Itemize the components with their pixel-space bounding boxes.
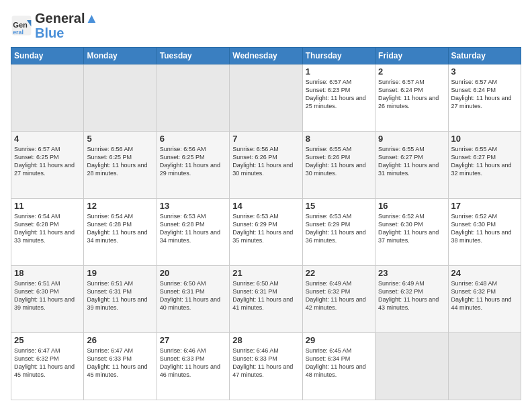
day-info: Sunrise: 6:57 AM Sunset: 6:25 PM Dayligh… xyxy=(14,145,81,178)
calendar-header: Sunday Monday Tuesday Wednesday Thursday… xyxy=(11,48,521,64)
calendar-cell xyxy=(84,64,157,132)
day-number: 9 xyxy=(378,134,445,144)
calendar-cell: 16Sunrise: 6:52 AM Sunset: 6:30 PM Dayli… xyxy=(375,199,448,266)
calendar-cell: 28Sunrise: 6:46 AM Sunset: 6:33 PM Dayli… xyxy=(230,333,302,400)
day-info: Sunrise: 6:57 AM Sunset: 6:23 PM Dayligh… xyxy=(306,78,372,111)
day-info: Sunrise: 6:47 AM Sunset: 6:32 PM Dayligh… xyxy=(14,347,81,379)
calendar-cell: 17Sunrise: 6:52 AM Sunset: 6:30 PM Dayli… xyxy=(448,199,521,266)
calendar-cell: 18Sunrise: 6:51 AM Sunset: 6:30 PM Dayli… xyxy=(11,266,84,333)
calendar-cell: 1Sunrise: 6:57 AM Sunset: 6:23 PM Daylig… xyxy=(302,64,375,132)
calendar-cell xyxy=(375,333,448,400)
day-info: Sunrise: 6:55 AM Sunset: 6:27 PM Dayligh… xyxy=(378,145,445,178)
day-info: Sunrise: 6:49 AM Sunset: 6:32 PM Dayligh… xyxy=(306,279,372,312)
day-info: Sunrise: 6:51 AM Sunset: 6:30 PM Dayligh… xyxy=(14,279,81,312)
day-number: 6 xyxy=(160,134,226,144)
day-number: 3 xyxy=(451,66,518,77)
header-tuesday: Tuesday xyxy=(157,48,229,64)
svg-text:eral: eral xyxy=(13,29,24,36)
day-info: Sunrise: 6:52 AM Sunset: 6:30 PM Dayligh… xyxy=(378,212,445,245)
calendar-cell: 2Sunrise: 6:57 AM Sunset: 6:24 PM Daylig… xyxy=(375,64,448,132)
day-info: Sunrise: 6:53 AM Sunset: 6:29 PM Dayligh… xyxy=(306,212,372,245)
day-info: Sunrise: 6:57 AM Sunset: 6:24 PM Dayligh… xyxy=(378,78,445,111)
day-info: Sunrise: 6:51 AM Sunset: 6:31 PM Dayligh… xyxy=(87,279,153,312)
day-number: 25 xyxy=(14,335,81,345)
day-info: Sunrise: 6:57 AM Sunset: 6:24 PM Dayligh… xyxy=(451,78,518,111)
week-row-2: 4Sunrise: 6:57 AM Sunset: 6:25 PM Daylig… xyxy=(11,132,521,199)
day-number: 23 xyxy=(378,268,445,278)
day-number: 12 xyxy=(87,201,153,211)
calendar-cell: 27Sunrise: 6:46 AM Sunset: 6:33 PM Dayli… xyxy=(157,333,229,400)
calendar-cell: 7Sunrise: 6:56 AM Sunset: 6:26 PM Daylig… xyxy=(230,132,302,199)
calendar-cell: 11Sunrise: 6:54 AM Sunset: 6:28 PM Dayli… xyxy=(11,199,84,266)
calendar-cell: 21Sunrise: 6:50 AM Sunset: 6:31 PM Dayli… xyxy=(230,266,302,333)
calendar-cell: 3Sunrise: 6:57 AM Sunset: 6:24 PM Daylig… xyxy=(448,64,521,132)
day-number: 19 xyxy=(87,268,153,278)
svg-text:Gen: Gen xyxy=(13,21,28,29)
calendar-cell: 26Sunrise: 6:47 AM Sunset: 6:33 PM Dayli… xyxy=(84,333,157,400)
calendar-cell: 13Sunrise: 6:53 AM Sunset: 6:28 PM Dayli… xyxy=(157,199,229,266)
header-row: Sunday Monday Tuesday Wednesday Thursday… xyxy=(11,48,521,64)
calendar-cell xyxy=(230,64,302,132)
day-number: 8 xyxy=(306,134,372,144)
calendar-cell: 15Sunrise: 6:53 AM Sunset: 6:29 PM Dayli… xyxy=(302,199,375,266)
calendar-cell: 14Sunrise: 6:53 AM Sunset: 6:29 PM Dayli… xyxy=(230,199,302,266)
day-number: 11 xyxy=(14,201,81,211)
day-info: Sunrise: 6:56 AM Sunset: 6:25 PM Dayligh… xyxy=(87,145,153,178)
day-info: Sunrise: 6:50 AM Sunset: 6:31 PM Dayligh… xyxy=(160,279,226,312)
day-info: Sunrise: 6:47 AM Sunset: 6:33 PM Dayligh… xyxy=(87,347,153,379)
calendar-cell: 6Sunrise: 6:56 AM Sunset: 6:25 PM Daylig… xyxy=(157,132,229,199)
calendar-cell xyxy=(157,64,229,132)
day-number: 20 xyxy=(160,268,226,278)
logo: Gen eral General▲ Blue xyxy=(11,11,98,40)
calendar-cell: 29Sunrise: 6:45 AM Sunset: 6:34 PM Dayli… xyxy=(302,333,375,400)
header-wednesday: Wednesday xyxy=(230,48,302,64)
day-number: 2 xyxy=(378,66,445,77)
header-thursday: Thursday xyxy=(302,48,375,64)
header-monday: Monday xyxy=(84,48,157,64)
day-number: 5 xyxy=(87,134,153,144)
calendar-cell xyxy=(11,64,84,132)
logo-icon: Gen eral xyxy=(11,15,32,36)
calendar-cell: 22Sunrise: 6:49 AM Sunset: 6:32 PM Dayli… xyxy=(302,266,375,333)
header-saturday: Saturday xyxy=(448,48,521,64)
day-number: 17 xyxy=(451,201,518,211)
calendar-cell: 8Sunrise: 6:55 AM Sunset: 6:26 PM Daylig… xyxy=(302,132,375,199)
day-number: 18 xyxy=(14,268,81,278)
header-friday: Friday xyxy=(375,48,448,64)
day-info: Sunrise: 6:52 AM Sunset: 6:30 PM Dayligh… xyxy=(451,212,518,245)
day-number: 4 xyxy=(14,134,81,144)
calendar-cell: 20Sunrise: 6:50 AM Sunset: 6:31 PM Dayli… xyxy=(157,266,229,333)
logo-text: General▲ Blue xyxy=(35,11,98,40)
day-info: Sunrise: 6:56 AM Sunset: 6:26 PM Dayligh… xyxy=(232,145,299,178)
calendar-cell: 12Sunrise: 6:54 AM Sunset: 6:28 PM Dayli… xyxy=(84,199,157,266)
calendar-cell: 19Sunrise: 6:51 AM Sunset: 6:31 PM Dayli… xyxy=(84,266,157,333)
calendar-cell: 23Sunrise: 6:49 AM Sunset: 6:32 PM Dayli… xyxy=(375,266,448,333)
day-number: 15 xyxy=(306,201,372,211)
day-number: 1 xyxy=(306,66,372,77)
day-info: Sunrise: 6:54 AM Sunset: 6:28 PM Dayligh… xyxy=(14,212,81,245)
day-info: Sunrise: 6:46 AM Sunset: 6:33 PM Dayligh… xyxy=(160,347,226,379)
day-number: 16 xyxy=(378,201,445,211)
header-sunday: Sunday xyxy=(11,48,84,64)
calendar-cell xyxy=(448,333,521,400)
day-number: 22 xyxy=(306,268,372,278)
day-number: 14 xyxy=(232,201,299,211)
day-number: 7 xyxy=(232,134,299,144)
day-info: Sunrise: 6:49 AM Sunset: 6:32 PM Dayligh… xyxy=(378,279,445,312)
calendar-body: 1Sunrise: 6:57 AM Sunset: 6:23 PM Daylig… xyxy=(11,64,521,400)
day-number: 10 xyxy=(451,134,518,144)
header: Gen eral General▲ Blue xyxy=(11,11,521,40)
day-info: Sunrise: 6:56 AM Sunset: 6:25 PM Dayligh… xyxy=(160,145,226,178)
day-number: 29 xyxy=(306,335,372,345)
calendar-table: Sunday Monday Tuesday Wednesday Thursday… xyxy=(11,47,521,400)
day-info: Sunrise: 6:45 AM Sunset: 6:34 PM Dayligh… xyxy=(306,347,372,379)
day-number: 13 xyxy=(160,201,226,211)
day-info: Sunrise: 6:48 AM Sunset: 6:32 PM Dayligh… xyxy=(451,279,518,312)
week-row-1: 1Sunrise: 6:57 AM Sunset: 6:23 PM Daylig… xyxy=(11,64,521,132)
day-number: 26 xyxy=(87,335,153,345)
week-row-5: 25Sunrise: 6:47 AM Sunset: 6:32 PM Dayli… xyxy=(11,333,521,400)
calendar-cell: 5Sunrise: 6:56 AM Sunset: 6:25 PM Daylig… xyxy=(84,132,157,199)
day-number: 27 xyxy=(160,335,226,345)
day-info: Sunrise: 6:50 AM Sunset: 6:31 PM Dayligh… xyxy=(232,279,299,312)
day-info: Sunrise: 6:53 AM Sunset: 6:28 PM Dayligh… xyxy=(160,212,226,245)
